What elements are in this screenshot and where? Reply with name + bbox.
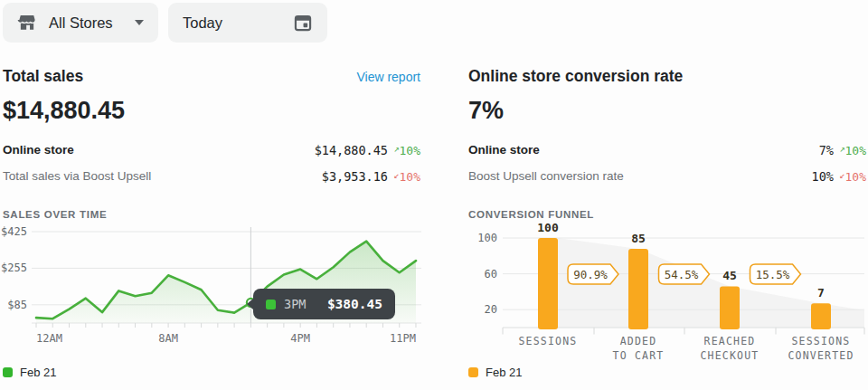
x-axis-label: 4PM xyxy=(290,332,310,345)
sales-chart-legend: Feb 21 xyxy=(3,366,56,379)
tooltip-series-swatch xyxy=(266,300,276,309)
legend-label: Feb 21 xyxy=(486,366,522,379)
store-selector-button[interactable]: All Stores xyxy=(3,3,158,43)
funnel-category-label: CONVERTED xyxy=(788,349,854,362)
store-icon xyxy=(17,13,37,33)
metric-label: Online store xyxy=(468,143,819,157)
date-selector-button[interactable]: Today xyxy=(168,3,327,43)
metric-row-online-store: Online store $14,880.45 ↗10% xyxy=(3,137,420,163)
tooltip-value: $380.45 xyxy=(327,297,382,311)
y-axis-label: 20 xyxy=(485,303,497,316)
metric-delta: ↙10% xyxy=(834,169,866,184)
delta-value: 10% xyxy=(400,170,420,184)
funnel-bar[interactable] xyxy=(811,303,831,329)
funnel-category-label: REACHED xyxy=(704,335,756,347)
metric-value: $3,953.16 xyxy=(322,169,388,184)
funnel-category-label: ADDED xyxy=(620,335,657,347)
metric-label: Total sales via Boost Upsell xyxy=(3,169,322,183)
y-axis-label: $85 xyxy=(7,299,27,311)
bar-value-label: 100 xyxy=(537,222,559,234)
x-axis-label: 12AM xyxy=(36,332,62,345)
delta-value: 10% xyxy=(400,144,420,157)
metric-value: 7% xyxy=(819,143,834,157)
metric-value: 10% xyxy=(812,169,834,184)
bar-value-label: 45 xyxy=(722,269,737,282)
funnel-category-label: TO CART xyxy=(613,349,665,362)
metric-row-boost-upsell-rate: Boost Upsell conversion rate 10% ↙10% xyxy=(468,163,866,189)
tooltip-time: 3PM xyxy=(284,297,306,311)
x-axis-label: 8AM xyxy=(158,332,178,345)
conversion-funnel-heading: CONVERSION FUNNEL xyxy=(468,209,866,220)
total-sales-value: $14,880.45 xyxy=(3,97,420,125)
bar-value-label: 85 xyxy=(631,232,646,245)
store-selector-label: All Stores xyxy=(49,14,113,32)
conversion-rate-value: 7% xyxy=(468,97,866,125)
funnel-category-label: SESSIONS xyxy=(519,335,578,347)
funnel-chart-legend: Feb 21 xyxy=(468,366,522,379)
funnel-category-label: CHECKOUT xyxy=(701,349,760,362)
view-report-link[interactable]: View report xyxy=(356,70,420,84)
delta-value: 10% xyxy=(845,170,866,184)
legend-swatch-green xyxy=(3,367,13,377)
metric-label: Online store xyxy=(3,143,315,157)
metric-delta: ↗10% xyxy=(388,143,420,157)
y-axis-label: $255 xyxy=(1,262,27,274)
conversion-badge-label: 90.9% xyxy=(573,268,608,281)
metric-row-boost-upsell-sales: Total sales via Boost Upsell $3,953.16 ↙… xyxy=(3,163,420,189)
bar-value-label: 7 xyxy=(817,286,825,300)
sales-over-time-heading: SALES OVER TIME xyxy=(3,209,420,220)
conversion-rate-title: Online store conversion rate xyxy=(468,67,683,86)
conversion-badge-label: 54.5% xyxy=(665,268,699,281)
y-axis-label: 60 xyxy=(485,268,497,281)
funnel-category-label: SESSIONS xyxy=(792,335,851,347)
conversion-rate-panel: Online store conversion rate 7% Online s… xyxy=(468,67,866,220)
funnel-bar[interactable] xyxy=(538,238,558,329)
chart-tooltip: 3PM $380.45 xyxy=(253,289,395,319)
total-sales-panel: Total sales View report $14,880.45 Onlin… xyxy=(3,67,420,220)
metric-delta: ↗10% xyxy=(834,143,866,157)
x-axis-label: 11PM xyxy=(390,332,416,345)
funnel-bar[interactable] xyxy=(720,286,740,329)
calendar-icon xyxy=(293,13,313,33)
funnel-bar[interactable] xyxy=(628,249,648,329)
y-axis-label: $425 xyxy=(1,225,27,238)
y-axis-label: 100 xyxy=(477,232,497,244)
conversion-funnel-chart[interactable]: 10060201008545790.9%54.5%15.5%SESSIONSAD… xyxy=(468,222,866,362)
date-selector-label: Today xyxy=(183,14,222,32)
chevron-down-icon xyxy=(135,20,144,25)
metric-delta: ↙10% xyxy=(388,169,420,184)
legend-swatch-orange xyxy=(468,367,478,377)
metric-label: Boost Upsell conversion rate xyxy=(468,169,812,183)
metric-value: $14,880.45 xyxy=(315,143,388,157)
metric-row-online-store-rate: Online store 7% ↗10% xyxy=(468,137,866,163)
legend-label: Feb 21 xyxy=(20,366,56,379)
delta-value: 10% xyxy=(845,144,866,157)
conversion-badge-label: 15.5% xyxy=(756,268,790,281)
total-sales-title: Total sales xyxy=(3,67,83,86)
